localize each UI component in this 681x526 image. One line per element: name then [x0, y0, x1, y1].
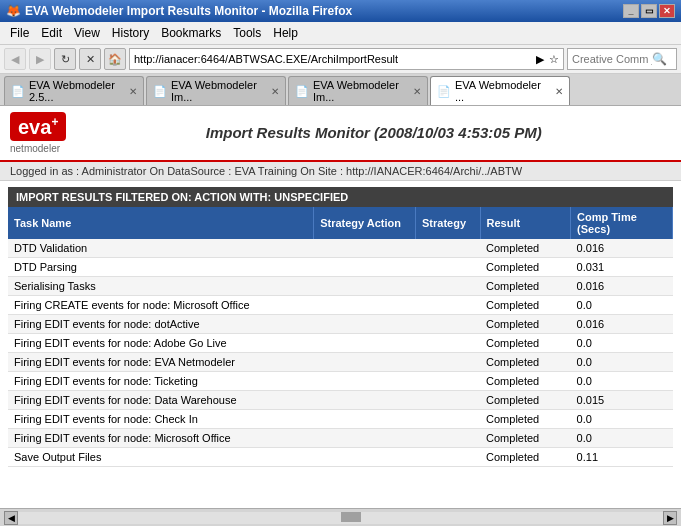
cell-strategy — [416, 314, 481, 333]
cell-result: Completed — [480, 276, 571, 295]
cell-strategy — [416, 409, 481, 428]
cell-comptime: 0.016 — [571, 239, 673, 258]
scrollbar-thumb[interactable] — [341, 512, 361, 522]
scroll-left-button[interactable]: ◀ — [4, 511, 18, 525]
col-header-task: Task Name — [8, 207, 314, 239]
window-controls[interactable]: _ ▭ ✕ — [623, 4, 675, 18]
filter-header: IMPORT RESULTS FILTERED ON: ACTION WITH:… — [8, 187, 673, 207]
tab-close-1[interactable]: ✕ — [129, 86, 137, 97]
cell-result: Completed — [480, 333, 571, 352]
cell-result: Completed — [480, 239, 571, 258]
cell-strategy — [416, 239, 481, 258]
table-row: Firing EDIT events for node: dotActive C… — [8, 314, 673, 333]
tab-2[interactable]: 📄 EVA Webmodeler Im... ✕ — [146, 76, 286, 105]
cell-comptime: 0.016 — [571, 314, 673, 333]
back-button[interactable]: ◀ — [4, 48, 26, 70]
scrollbar-track[interactable] — [18, 512, 663, 524]
cell-strategy-action — [314, 409, 416, 428]
tab-favicon-3: 📄 — [295, 85, 309, 98]
cell-strategy — [416, 390, 481, 409]
home-button[interactable]: 🏠 — [104, 48, 126, 70]
stop-button[interactable]: ✕ — [79, 48, 101, 70]
menu-edit[interactable]: Edit — [35, 24, 68, 42]
table-row: Serialising Tasks Completed 0.016 — [8, 276, 673, 295]
reload-button[interactable]: ↻ — [54, 48, 76, 70]
tab-label-3: EVA Webmodeler Im... — [313, 79, 409, 103]
cell-comptime: 0.0 — [571, 295, 673, 314]
table-row: Firing EDIT events for node: Ticketing C… — [8, 371, 673, 390]
menu-file[interactable]: File — [4, 24, 35, 42]
bookmark-icon[interactable]: ☆ — [549, 53, 559, 66]
tab-favicon-2: 📄 — [153, 85, 167, 98]
table-row: DTD Validation Completed 0.016 — [8, 239, 673, 258]
cell-strategy — [416, 257, 481, 276]
cell-comptime: 0.0 — [571, 371, 673, 390]
search-input[interactable] — [572, 53, 652, 65]
cell-result: Completed — [480, 352, 571, 371]
tab-label-1: EVA Webmodeler 2.5... — [29, 79, 125, 103]
menubar: File Edit View History Bookmarks Tools H… — [0, 22, 681, 45]
cell-comptime: 0.016 — [571, 276, 673, 295]
go-button[interactable]: ▶ — [531, 50, 549, 68]
cell-task: Firing EDIT events for node: dotActive — [8, 314, 314, 333]
eva-subtitle: netmodeler — [10, 143, 66, 154]
cell-result: Completed — [480, 447, 571, 466]
tab-label-2: EVA Webmodeler Im... — [171, 79, 267, 103]
cell-strategy-action — [314, 295, 416, 314]
window-titlebar: 🦊 EVA Webmodeler Import Results Monitor … — [0, 0, 681, 22]
cell-task: Firing EDIT events for node: EVA Netmode… — [8, 352, 314, 371]
cell-result: Completed — [480, 295, 571, 314]
menu-view[interactable]: View — [68, 24, 106, 42]
close-button[interactable]: ✕ — [659, 4, 675, 18]
tab-4[interactable]: 📄 EVA Webmodeler ... ✕ — [430, 76, 570, 105]
cell-strategy-action — [314, 239, 416, 258]
window-title: EVA Webmodeler Import Results Monitor - … — [25, 4, 352, 18]
eva-logo: eva+ — [10, 112, 66, 141]
cell-comptime: 0.0 — [571, 428, 673, 447]
cell-strategy — [416, 276, 481, 295]
cell-strategy-action — [314, 314, 416, 333]
page-content: eva+ netmodeler Import Results Monitor (… — [0, 106, 681, 511]
cell-strategy-action — [314, 333, 416, 352]
tab-1[interactable]: 📄 EVA Webmodeler 2.5... ✕ — [4, 76, 144, 105]
info-bar: Logged in as : Administrator On DataSour… — [0, 162, 681, 181]
menu-bookmarks[interactable]: Bookmarks — [155, 24, 227, 42]
cell-strategy — [416, 428, 481, 447]
scroll-right-button[interactable]: ▶ — [663, 511, 677, 525]
cell-comptime: 0.031 — [571, 257, 673, 276]
cell-strategy-action — [314, 371, 416, 390]
table-row: Firing CREATE events for node: Microsoft… — [8, 295, 673, 314]
tab-close-2[interactable]: ✕ — [271, 86, 279, 97]
cell-task: Firing EDIT events for node: Microsoft O… — [8, 428, 314, 447]
cell-task: Firing EDIT events for node: Adobe Go Li… — [8, 333, 314, 352]
tab-close-4[interactable]: ✕ — [555, 86, 563, 97]
cell-result: Completed — [480, 371, 571, 390]
menu-history[interactable]: History — [106, 24, 155, 42]
forward-button[interactable]: ▶ — [29, 48, 51, 70]
eva-header: eva+ netmodeler Import Results Monitor (… — [0, 106, 681, 162]
restore-button[interactable]: ▭ — [641, 4, 657, 18]
menu-tools[interactable]: Tools — [227, 24, 267, 42]
col-header-strategy-action: Strategy Action — [314, 207, 416, 239]
cell-comptime: 0.015 — [571, 390, 673, 409]
table-row: Firing EDIT events for node: Adobe Go Li… — [8, 333, 673, 352]
table-row: Firing EDIT events for node: Data Wareho… — [8, 390, 673, 409]
address-input[interactable] — [134, 53, 531, 65]
minimize-button[interactable]: _ — [623, 4, 639, 18]
tab-close-3[interactable]: ✕ — [413, 86, 421, 97]
address-bar: ▶ ☆ — [129, 48, 564, 70]
search-bar: 🔍 — [567, 48, 677, 70]
logged-in-text: Logged in as : Administrator On DataSour… — [10, 165, 522, 177]
firefox-icon: 🦊 — [6, 4, 21, 18]
cell-strategy — [416, 333, 481, 352]
tab-3[interactable]: 📄 EVA Webmodeler Im... ✕ — [288, 76, 428, 105]
cell-task: Serialising Tasks — [8, 276, 314, 295]
menu-help[interactable]: Help — [267, 24, 304, 42]
cell-strategy — [416, 447, 481, 466]
search-icon[interactable]: 🔍 — [652, 52, 667, 66]
table-row: Save Output Files Completed 0.11 — [8, 447, 673, 466]
cell-strategy-action — [314, 390, 416, 409]
cell-task: Save Output Files — [8, 447, 314, 466]
cell-strategy — [416, 371, 481, 390]
col-header-strategy: Strategy — [416, 207, 481, 239]
